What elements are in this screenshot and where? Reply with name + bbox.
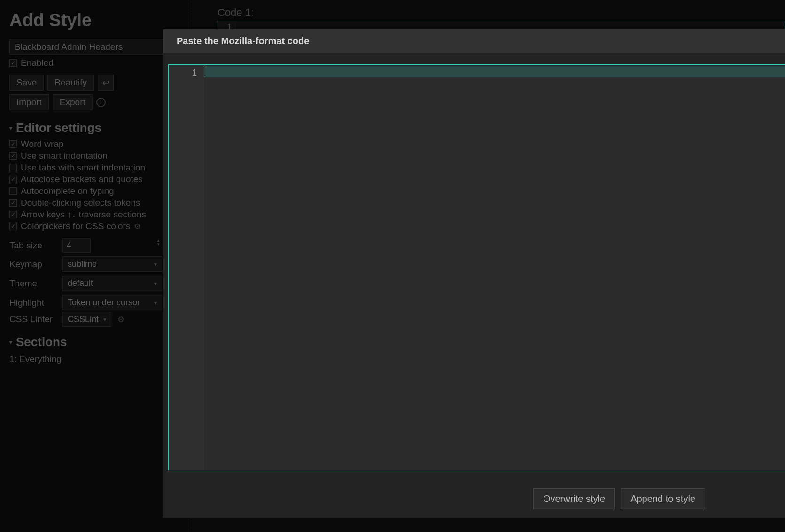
text-cursor <box>205 67 205 77</box>
modal-overlay: Paste the Mozilla-format code 1 Overwrit… <box>0 0 785 532</box>
overwrite-style-button[interactable]: Overwrite style <box>533 488 615 509</box>
code-textarea[interactable] <box>204 65 785 470</box>
append-to-style-button[interactable]: Append to style <box>621 488 705 509</box>
current-line-highlight <box>204 66 785 77</box>
import-modal: Paste the Mozilla-format code 1 Overwrit… <box>163 29 785 518</box>
line-gutter: 1 <box>169 65 204 470</box>
modal-code-editor[interactable]: 1 <box>168 64 785 470</box>
modal-title: Paste the Mozilla-format code <box>163 29 785 53</box>
